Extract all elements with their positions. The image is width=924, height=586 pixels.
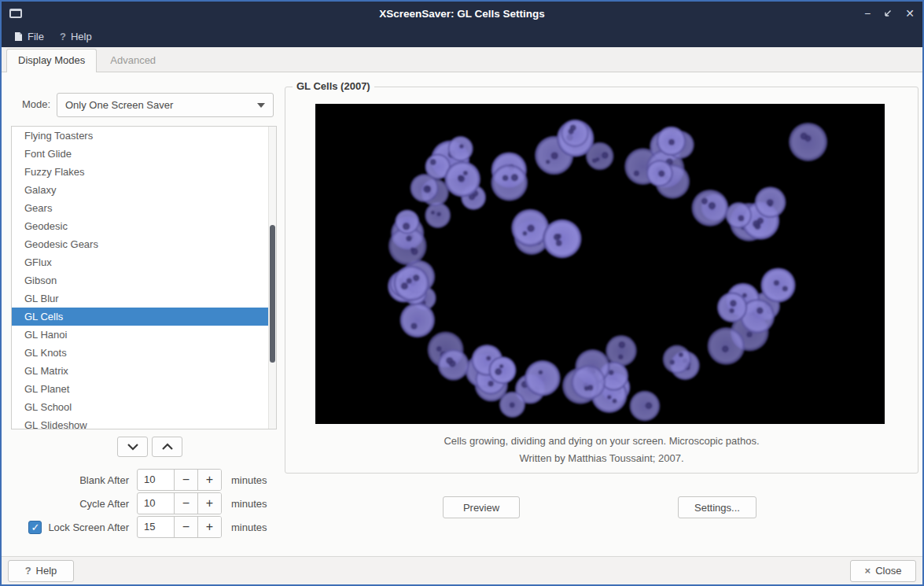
menu-file[interactable]: File bbox=[8, 28, 50, 45]
saver-list-item[interactable]: Fuzzy Flakes bbox=[12, 163, 268, 181]
saver-list: Flying ToastersFont GlideFuzzy FlakesGal… bbox=[11, 126, 277, 429]
saver-list-item[interactable]: GFlux bbox=[12, 253, 268, 271]
saver-list-item[interactable]: Flying Toasters bbox=[12, 127, 268, 145]
chevron-up-icon bbox=[160, 442, 175, 451]
main-content: Mode: Only One Screen Saver Flying Toast… bbox=[2, 72, 922, 556]
saver-list-item[interactable]: GL Slideshow bbox=[12, 416, 268, 429]
timer-row: Cycle After10−+minutes bbox=[2, 492, 285, 514]
menu-help-label: Help bbox=[71, 31, 92, 42]
saver-description: Cells growing, dividing and dying on you… bbox=[285, 435, 918, 447]
tab-display-modes[interactable]: Display Modes bbox=[6, 49, 97, 72]
spin-value-field[interactable]: 15 bbox=[138, 517, 174, 537]
menu-help[interactable]: ? Help bbox=[53, 28, 98, 45]
saver-list-item[interactable]: Gears bbox=[12, 199, 268, 217]
minus-button[interactable]: − bbox=[174, 517, 197, 537]
menubar: File ? Help bbox=[2, 25, 922, 47]
plus-button[interactable]: + bbox=[197, 517, 221, 537]
saver-list-item[interactable]: GL Blur bbox=[12, 289, 268, 308]
saver-list-item[interactable]: Font Glide bbox=[12, 145, 268, 163]
frame-title: GL Cells (2007) bbox=[293, 80, 374, 92]
saver-list-item[interactable]: GL Hanoi bbox=[12, 326, 268, 344]
window-icon bbox=[9, 9, 22, 18]
mode-combobox[interactable]: Only One Screen Saver bbox=[57, 93, 274, 117]
close-icon: × bbox=[865, 565, 871, 577]
move-down-button[interactable] bbox=[117, 437, 148, 457]
xscreensaver-window: XScreenSaver: GL Cells Settings − ✕ File… bbox=[0, 0, 924, 586]
preview-button[interactable]: Preview bbox=[443, 496, 520, 518]
saver-list-item[interactable]: GL School bbox=[12, 398, 268, 416]
titlebar: XScreenSaver: GL Cells Settings − ✕ bbox=[2, 2, 922, 25]
saver-author: Written by Matthias Toussaint; 2007. bbox=[285, 452, 918, 464]
saver-list-item[interactable]: Gibson bbox=[12, 271, 268, 289]
saver-list-item[interactable]: Geodesic Gears bbox=[12, 235, 268, 253]
settings-button[interactable]: Settings... bbox=[678, 496, 757, 518]
window-title: XScreenSaver: GL Cells Settings bbox=[2, 8, 922, 20]
file-icon bbox=[14, 31, 23, 42]
help-icon: ? bbox=[60, 31, 66, 42]
saver-list-rows: Flying ToastersFont GlideFuzzy FlakesGal… bbox=[12, 127, 268, 429]
gl-cells-preview-image bbox=[315, 104, 885, 424]
help-icon: ? bbox=[25, 565, 31, 577]
spin-value-field[interactable]: 10 bbox=[138, 470, 174, 490]
chevron-down-icon bbox=[126, 442, 140, 451]
mode-label: Mode: bbox=[22, 98, 50, 110]
saver-list-item[interactable]: GL Knots bbox=[12, 344, 268, 362]
footer: ? Help × Close bbox=[2, 556, 922, 584]
restore-icon bbox=[883, 9, 893, 18]
saver-list-item[interactable]: GL Matrix bbox=[12, 362, 268, 380]
spinbutton: 10−+ bbox=[137, 492, 222, 514]
tabbar: Display Modes Advanced bbox=[2, 47, 922, 72]
timer-label: Lock Screen After bbox=[48, 522, 129, 533]
minus-button[interactable]: − bbox=[174, 470, 197, 490]
minus-button[interactable]: − bbox=[174, 493, 197, 514]
unit-label: minutes bbox=[231, 522, 267, 533]
unit-label: minutes bbox=[231, 474, 267, 486]
unit-label: minutes bbox=[231, 498, 267, 510]
spin-value-field[interactable]: 10 bbox=[138, 493, 174, 514]
spinbutton: 10−+ bbox=[137, 469, 222, 491]
close-window-button[interactable]: ✕ bbox=[905, 8, 915, 19]
saver-list-item[interactable]: Geodesic bbox=[12, 217, 268, 235]
tab-advanced[interactable]: Advanced bbox=[98, 49, 167, 72]
saver-info-frame: GL Cells (2007) bbox=[285, 87, 918, 474]
menu-file-label: File bbox=[28, 31, 44, 42]
timer-row: ✓Lock Screen After15−+minutes bbox=[2, 516, 285, 538]
mode-combobox-value: Only One Screen Saver bbox=[65, 99, 173, 111]
timer-label: Cycle After bbox=[79, 498, 129, 510]
spinbutton: 15−+ bbox=[137, 516, 222, 538]
minimize-button[interactable]: − bbox=[864, 8, 871, 19]
chevron-down-icon bbox=[257, 103, 265, 108]
help-button-label: Help bbox=[36, 565, 57, 577]
scrollbar-thumb[interactable] bbox=[270, 225, 275, 363]
lock-screen-checkbox[interactable]: ✓ bbox=[28, 521, 42, 534]
restore-button[interactable] bbox=[883, 9, 893, 18]
saver-list-item[interactable]: GL Planet bbox=[12, 380, 268, 398]
timer-row: Blank After10−+minutes bbox=[2, 469, 285, 491]
timer-rows: Blank After10−+minutesCycle After10−+min… bbox=[2, 469, 285, 540]
saver-list-item[interactable]: GL Cells bbox=[12, 308, 268, 326]
preview-area bbox=[315, 104, 885, 424]
close-button-label: Close bbox=[875, 565, 901, 577]
plus-button[interactable]: + bbox=[197, 493, 221, 514]
help-button[interactable]: ? Help bbox=[8, 560, 74, 582]
saver-list-item[interactable]: Galaxy bbox=[12, 181, 268, 199]
timer-label: Blank After bbox=[79, 474, 129, 486]
close-button[interactable]: × Close bbox=[850, 560, 916, 582]
saver-list-scrollbar[interactable] bbox=[268, 127, 276, 429]
plus-button[interactable]: + bbox=[197, 470, 221, 490]
move-up-button[interactable] bbox=[152, 437, 182, 457]
